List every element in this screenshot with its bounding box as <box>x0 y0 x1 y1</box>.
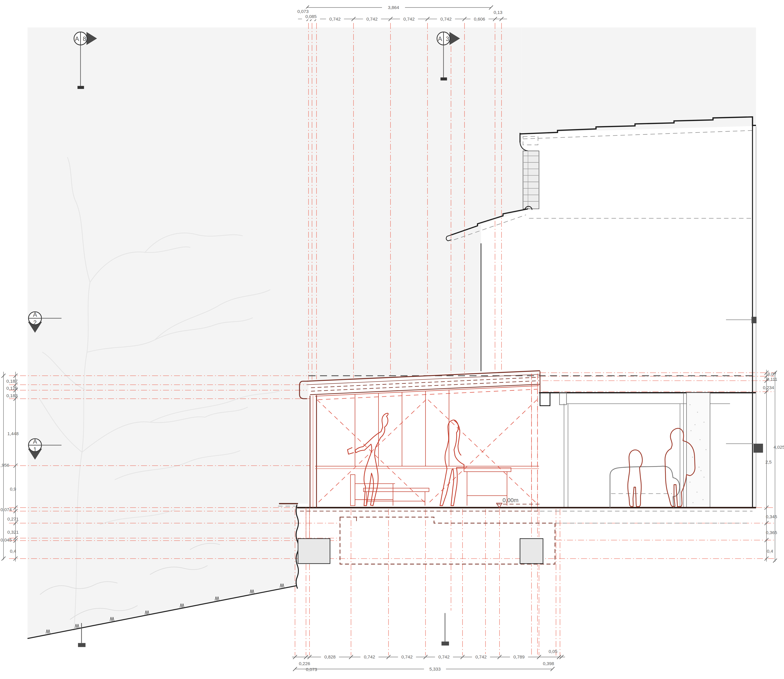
dim-bottom-stack-1: 0,073 <box>306 667 317 672</box>
wall-marker-lower <box>753 444 763 452</box>
dim-top-stack-0: 0,073 <box>298 9 309 14</box>
dim-left-10: 0,4 <box>10 549 16 554</box>
dim-bottom-seg-1: 0,742 <box>364 654 375 659</box>
dim-right-5: 0,345 <box>766 514 777 519</box>
dim-top-seg-4: 0,606 <box>474 16 485 22</box>
footing-left <box>298 538 330 564</box>
dim-right-3: 4,025 <box>773 444 784 450</box>
footing-right <box>520 538 543 564</box>
marker-a1-letter: A <box>33 438 37 445</box>
backdrop-top-right <box>521 27 756 133</box>
dim-bottom-seg-5: 0,789 <box>513 654 525 659</box>
level-marker-text: 0,00m <box>502 497 519 503</box>
dim-left-1: 0,129 <box>6 386 18 391</box>
marker-a2-number: 2 <box>33 319 37 326</box>
dim-bottom-total: 5,333 <box>429 666 441 671</box>
dim-bottom-stack-0: 0,226 <box>299 661 310 666</box>
marker-a3-number: 3 <box>446 36 449 42</box>
dim-top-end: 0,13 <box>494 10 502 15</box>
dim-bottom-seg-3: 0,742 <box>438 654 450 659</box>
dim-left-4: ,956 <box>1 463 9 468</box>
dim-bottom-end-top: 0,05 <box>549 649 557 654</box>
backdrop-left <box>27 27 309 638</box>
dim-left-5: 0,9 <box>10 487 16 491</box>
marker-a8-number: 8 <box>83 36 86 42</box>
marker-a2-letter: A <box>33 311 37 318</box>
dim-bottom-seg-0: 0,828 <box>324 654 336 659</box>
dim-right-7: 0,4 <box>767 549 773 554</box>
architectural-section-drawing: 0,00m A 8 A 3 A 2 A <box>0 0 784 679</box>
dim-top-seg-3: 0,742 <box>440 16 452 22</box>
backdrop <box>0 0 784 679</box>
dim-left-7: 0,271 <box>8 516 19 521</box>
dim-bottom-seg-2: 0,742 <box>401 654 412 659</box>
dim-top-stack-1: 0,085 <box>305 14 317 19</box>
wall-strip-section <box>523 151 539 209</box>
dim-right-0: 0,07 <box>768 372 776 377</box>
dim-top-seg-2: 0,742 <box>403 16 415 22</box>
wall-marker-upper <box>751 317 757 323</box>
dim-left-9: 0,045 <box>1 537 12 543</box>
dim-bottom-end-bottom: 0,398 <box>543 661 554 666</box>
dim-left-8: 0,321 <box>8 530 19 535</box>
setback-wall-face <box>481 209 540 371</box>
dim-bottom-seg-4: 0,742 <box>475 654 486 659</box>
marker-a1-number: 1 <box>33 446 37 453</box>
marker-a3-letter: A <box>438 36 442 42</box>
dim-left-2: 0,183 <box>6 393 18 398</box>
dim-left-0: 0,187 <box>6 379 18 384</box>
dim-right-6: 0,365 <box>766 530 777 535</box>
dim-right-1: 0,111 <box>767 377 777 382</box>
dim-left-3: 1,448 <box>8 431 19 436</box>
dim-top-total: 3,864 <box>388 5 399 10</box>
stippled-wall-pier <box>687 393 710 508</box>
dim-left-6: 0,074 <box>1 507 12 512</box>
dim-right-2: 0,234 <box>763 385 774 390</box>
dim-top-seg-1: 0,742 <box>367 16 378 22</box>
dim-right-4: 2,5 <box>765 460 771 465</box>
dim-top-seg-0: 0,742 <box>329 16 340 22</box>
marker-a8-letter: A <box>75 36 79 42</box>
